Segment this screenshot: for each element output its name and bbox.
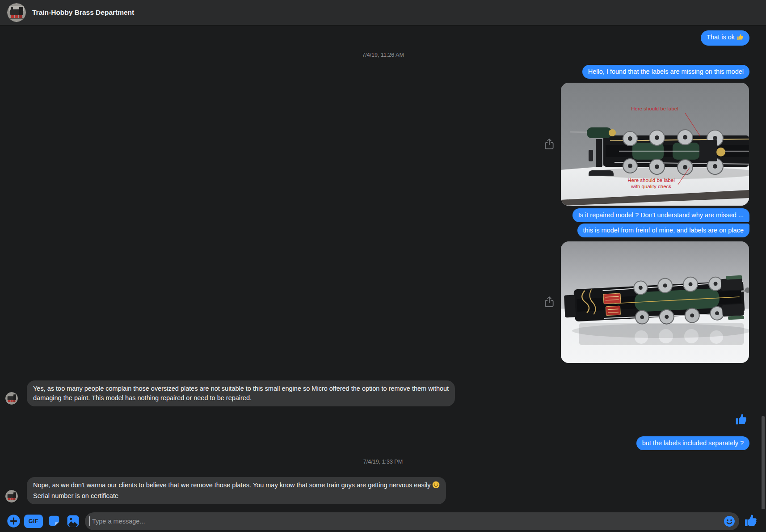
timestamp: 7/4/19, 11:26 AM bbox=[0, 52, 766, 58]
thumbs-up-emoji bbox=[737, 34, 744, 43]
attachment-photo-missing-labels[interactable]: Here should be label Here should be labe… bbox=[561, 83, 749, 206]
conversation-avatar[interactable] bbox=[7, 3, 26, 22]
smiley-emoji bbox=[432, 481, 440, 491]
sent-message-repaired: Is it repaired model ? Don't understand … bbox=[572, 208, 749, 222]
message-input-pill[interactable] bbox=[85, 512, 739, 530]
sent-message-friend: this is model from freinf of mine, and l… bbox=[577, 224, 749, 237]
messenger-window: Train-Hobby Brass Department That is ok … bbox=[0, 0, 766, 532]
timestamp: 7/4/19, 1:33 PM bbox=[0, 459, 766, 465]
conversation-header: Train-Hobby Brass Department bbox=[0, 0, 766, 25]
like-sticker-thumbs-up-icon[interactable] bbox=[734, 413, 748, 426]
text-cursor bbox=[89, 516, 90, 526]
message-text: this is model from freinf of mine, and l… bbox=[583, 227, 744, 234]
message-input[interactable] bbox=[85, 518, 724, 525]
photo-icon[interactable] bbox=[66, 514, 80, 530]
message-text: Serial number is on certificate bbox=[33, 491, 440, 501]
annotation-bottom-line2: with quality check bbox=[631, 184, 671, 189]
message-text: That is ok bbox=[707, 34, 735, 41]
message-text: Hello, I found that the labels are missi… bbox=[588, 68, 744, 75]
message-text: Is it repaired model ? Don't understand … bbox=[578, 211, 744, 219]
conversation-title: Train-Hobby Brass Department bbox=[32, 8, 134, 17]
sent-message-hello: Hello, I found that the labels are missi… bbox=[582, 65, 749, 79]
received-message-nope: Nope, as we don't wanna our clients to b… bbox=[27, 477, 446, 504]
train-avatar-image bbox=[7, 3, 26, 22]
send-like-thumbs-up-icon[interactable] bbox=[743, 513, 758, 530]
sent-message-that-is-ok: That is ok bbox=[701, 30, 749, 46]
received-message-yes: Yes, as too many people complain those o… bbox=[27, 380, 455, 406]
sender-avatar[interactable] bbox=[5, 490, 18, 502]
message-text: damaging the paint. This model has nothi… bbox=[33, 393, 449, 403]
gif-icon[interactable]: GIF bbox=[24, 515, 43, 528]
message-text: Nope, as we don't wanna our clients to b… bbox=[33, 481, 440, 491]
share-icon[interactable] bbox=[543, 138, 555, 150]
sender-avatar[interactable] bbox=[5, 392, 18, 405]
attachment-photo-labels-on-place[interactable] bbox=[561, 241, 749, 363]
sent-message-but-labels: but the labels included separately ? bbox=[636, 436, 749, 450]
plus-icon[interactable] bbox=[7, 514, 21, 530]
sticker-icon[interactable] bbox=[47, 514, 61, 529]
annotation-bottom-line1: Here should be label bbox=[627, 177, 675, 183]
share-icon[interactable] bbox=[543, 296, 555, 308]
message-text: Yes, as too many people complain those o… bbox=[33, 384, 449, 393]
annotation-top: Here should be label bbox=[631, 106, 678, 111]
message-text: but the labels included separately ? bbox=[642, 439, 744, 447]
emoji-icon[interactable] bbox=[724, 515, 735, 527]
